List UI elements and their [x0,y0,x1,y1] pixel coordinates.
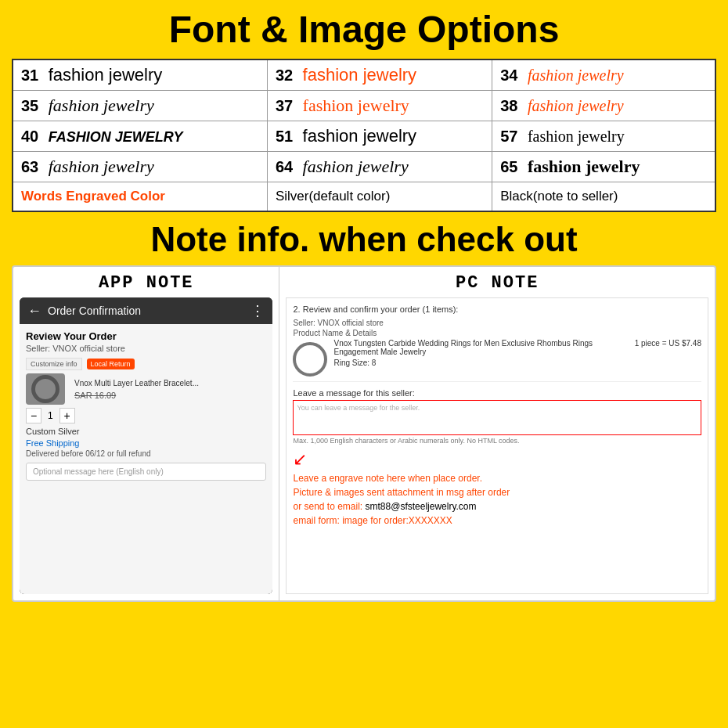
delivery-info: Delivered before 06/12 or full refund [26,449,266,458]
font-cell-63: 63 fashion jewelry [13,152,267,182]
color-silver-text: Silver(default color) [276,189,390,204]
font-num-40: 40 [21,128,38,145]
font-num-51: 51 [276,128,293,145]
pc-order-box: 2. Review and confirm your order (1 item… [286,297,708,594]
font-label-40: FASHION JEWELRY [49,129,183,145]
font-label-65: fashion jewelry [528,157,640,176]
phone-header: ← Order Confirmation ⋮ [20,297,272,324]
pc-note-side: PC NOTE 2. Review and confirm your order… [279,267,715,600]
local-return-badge: Local Return [87,359,135,369]
pc-qty: 1 [635,339,640,348]
qty-value: 1 [48,410,53,421]
pc-unit: piece [641,339,660,348]
pc-instruction-4: email form: image for order:XXXXXXX [293,514,701,528]
font-cell-64: 64 fashion jewelry [267,152,492,182]
product-price: SAR 16.09 [74,391,199,400]
font-label-32: fashion jewelry [303,65,417,85]
note-panel: APP NOTE ← Order Confirmation ⋮ Review Y… [12,265,716,602]
seller-info: Seller: VNOX official store [26,344,266,353]
qty-minus-icon[interactable]: − [26,408,41,423]
table-row: 31 fashion jewelry 32 fashion jewelry 34… [13,59,715,91]
pc-product-name: Vnox Tungsten Carbide Wedding Rings for … [333,339,628,356]
font-cell-38: 38 fashion jewelry [492,91,715,121]
font-table: 31 fashion jewelry 32 fashion jewelry 34… [12,59,716,212]
product-info: Vnox Multi Layer Leather Bracelet... SAR… [74,379,199,400]
pc-seller: Seller: VNOX official store [293,319,701,327]
font-num-38: 38 [500,97,517,114]
font-num-57: 57 [500,128,517,145]
pc-message-section: Leave a message for this seller: You can… [293,388,701,445]
font-cell-32: 32 fashion jewelry [267,59,492,91]
pc-product-details-label: Product Name & Details [293,329,701,337]
pc-char-limit: Max. 1,000 English characters or Arabic … [293,437,701,445]
font-label-31: fashion jewelry [49,65,163,85]
font-num-35: 35 [21,97,38,114]
qty-plus-icon[interactable]: + [59,408,75,423]
font-cell-57: 57 fashion jewelry [492,121,715,152]
font-label-35: fashion jewelry [49,96,154,115]
font-label-64: fashion jewelry [303,157,409,176]
font-label-37: fashion jewelry [303,96,409,115]
font-cell-37: 37 fashion jewelry [267,91,492,121]
review-order-title: Review Your Order [26,330,266,342]
pc-price: US $7.48 [669,339,701,348]
pc-arrow-icon: ↙ [293,449,701,470]
font-label-34: fashion jewelry [528,67,624,84]
app-message-box[interactable]: Optional message here (English only) [26,463,266,481]
customize-row: Customize info Local Return [26,358,266,370]
font-num-63: 63 [21,158,38,175]
free-shipping-label: Free Shipping [26,438,266,448]
pc-instructions: Leave a engrave note here when place ord… [293,471,701,528]
table-row: 35 fashion jewelry 37 fashion jewelry 38… [13,91,715,121]
arrow-left-icon: ← [271,461,272,483]
phone-mockup: ← Order Confirmation ⋮ Review Your Order… [20,297,272,594]
font-cell-40: 40 FASHION JEWELRY [13,121,267,152]
back-icon: ← [27,303,41,319]
message-placeholder: Optional message here (English only) [33,467,164,476]
font-num-32: 32 [276,67,293,84]
font-label-38: fashion jewelry [528,97,624,114]
pc-ring-size: Ring Size: 8 [333,359,628,367]
pc-order-header: 2. Review and confirm your order (1 item… [293,305,701,314]
color-row: Words Engraved Color Silver(default colo… [13,182,715,212]
phone-header-title: Order Confirmation [48,305,250,317]
section-title: Note info. when check out [12,220,716,259]
table-row: 40 FASHION JEWELRY 51 fashion jewelry 57… [13,121,715,152]
color-label: Words Engraved Color [21,189,165,204]
font-cell-35: 35 fashion jewelry [13,91,267,121]
font-cell-34: 34 fashion jewelry [492,59,715,91]
font-num-65: 65 [500,158,517,175]
pc-note-title: PC NOTE [286,273,708,293]
pc-instruction-1: Leave a engrave note here when place ord… [293,471,701,485]
pc-ring-thumbnail [293,342,327,377]
pc-message-placeholder: You can leave a message for the seller. [297,404,420,412]
table-row: 63 fashion jewelry 64 fashion jewelry 65… [13,152,715,182]
customize-label: Customize info [26,358,82,370]
color-black-text: Black(note to seller) [500,189,618,204]
font-num-34: 34 [500,67,517,84]
font-num-37: 37 [276,97,293,114]
font-label-57: fashion jewelry [528,128,625,145]
font-num-31: 31 [21,67,38,84]
pc-message-label: Leave a message for this seller: [293,388,701,398]
font-num-64: 64 [276,158,293,175]
qty-control: − 1 + [26,408,266,423]
pc-product-row: Vnox Tungsten Carbide Wedding Rings for … [293,339,701,382]
pc-instruction-2: Picture & images sent attachment in msg … [293,485,701,499]
app-note-side: APP NOTE ← Order Confirmation ⋮ Review Y… [13,267,279,600]
ring-image [31,375,59,403]
pc-instruction-3: or send to email: smt88@sfsteeljewelry.c… [293,499,701,514]
color-label-cell: Words Engraved Color [13,182,267,212]
pc-email: smt88@sfsteeljewelry.com [366,501,477,512]
custom-silver-label: Custom Silver [26,427,266,436]
main-title: Font & Image Options [12,8,716,51]
font-cell-31: 31 fashion jewelry [13,59,267,91]
font-cell-51: 51 fashion jewelry [267,121,492,152]
color-black-cell: Black(note to seller) [492,182,715,212]
color-silver-cell: Silver(default color) [267,182,492,212]
phone-body: Review Your Order Seller: VNOX official … [20,324,272,594]
product-thumbnail [26,373,65,405]
font-label-51: fashion jewelry [303,126,417,146]
pc-message-input[interactable]: You can leave a message for the seller. [293,400,701,435]
app-note-title: APP NOTE [20,273,272,293]
